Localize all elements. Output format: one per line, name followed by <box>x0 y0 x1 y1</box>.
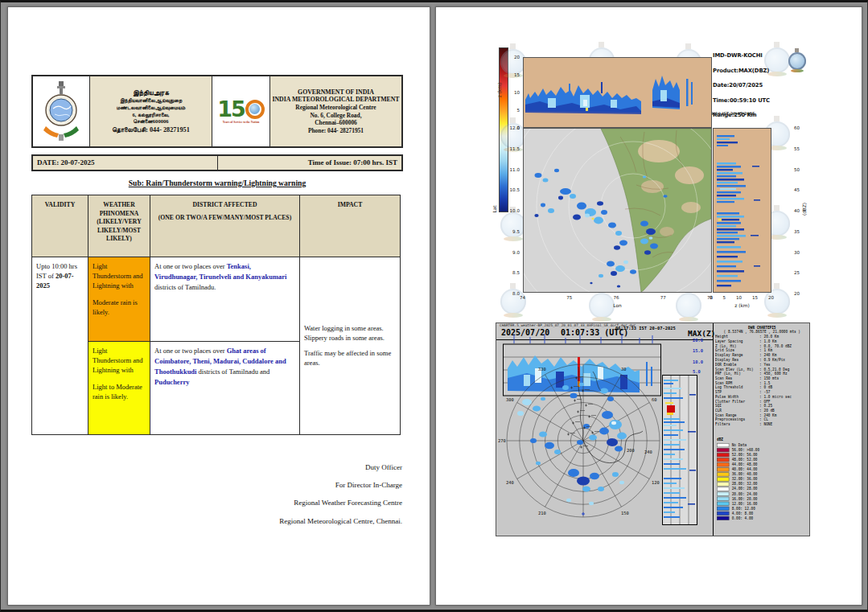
dbz-legend: dBZ No Data56.00: >60.0052.00: 56.0048.0… <box>717 437 810 536</box>
cbar-tick: 50 <box>794 167 800 172</box>
legend-swatch <box>717 468 729 472</box>
legend-label: 28.00: 32.00 <box>732 482 758 487</box>
tamil-line: மண்டலவானிலைஆய்வுமையம் <box>117 105 185 112</box>
text-line: Water logging in some areas. <box>304 324 396 334</box>
radar-info-block: IMD-DWR-KOCHIProduct:MAX(DBZ)Date:20/07/… <box>713 52 787 135</box>
text-segment: At one or two places over <box>154 262 227 270</box>
cbar-tick: 45 <box>794 187 800 192</box>
legend-label: 8.00: 12.00 <box>732 507 755 511</box>
radar-image-legacy-dwr: CHARTER.5_weather-BP_2025_07_20_01_07_33… <box>496 322 810 536</box>
top-panel-yticks: 20 15 10 5 0 <box>505 55 520 130</box>
ytick: 10 <box>514 90 520 95</box>
phenomena-cell-row2: Light Thunderstorm and Lightning withLig… <box>88 342 150 434</box>
text-line: Time:00:59:10 UTC <box>713 97 787 105</box>
text-line: Duty Officer <box>153 462 402 473</box>
parameter-list: Height:20.0 KmLayer Spacing:1.0 KmZ (Lo,… <box>715 335 809 426</box>
radar-parameters-panel: DWR CHARTEPI5 ( 8.5374N , 76.8657E , 21.… <box>715 326 810 435</box>
legend-swatch <box>717 497 729 501</box>
svg-text:120: 120 <box>652 480 660 485</box>
legend-swatch <box>717 511 729 515</box>
radar-ist-timestamp: 06:29:10 IST 20-07-2025 <box>701 112 792 116</box>
legend-label: 20.00: 24.00 <box>732 491 758 496</box>
legend-swatch <box>717 453 729 457</box>
south-marker-icon <box>582 512 585 515</box>
legend-swatch <box>717 483 729 487</box>
legend-label: No Data <box>732 443 747 448</box>
parameter-row: Filters:NONE <box>715 422 809 427</box>
text-line: Slippery roads in some areas. <box>304 334 396 343</box>
english-line: GOVERNMENT OF INDIA <box>298 88 374 97</box>
legend-label: 16.00: 20.00 <box>732 497 758 502</box>
document-viewer: இந்தியஅரசு இந்தியவானிலைஆய்வுதுறை மண்டலவா… <box>0 0 868 612</box>
impact-cell: Water logging in some areas.Slippery roa… <box>300 257 400 434</box>
svg-text:240: 240 <box>644 450 652 454</box>
cbar-tick: 55 <box>794 146 800 151</box>
legend-label: 12.00: 16.00 <box>732 502 758 507</box>
logo-150-digits: 15 <box>217 98 245 120</box>
text-line: For Director In-Charge <box>153 480 402 491</box>
side-profile-echoes <box>714 129 771 292</box>
english-line: Chennai–600006 <box>315 119 357 127</box>
district-cell-row1: At one or two places over Tenkasi, Virud… <box>150 257 300 342</box>
text-line: Light to Moderate rain is likely. <box>93 382 146 401</box>
text-line: Moderate rain is likely. <box>93 298 146 317</box>
text-segment: districts of Tamilnadu and <box>196 368 269 376</box>
lat-tick: 8.5 <box>512 270 520 275</box>
text-segment: At one or two places over <box>154 347 227 355</box>
side-xtick: 15 <box>752 295 758 300</box>
colorbar-label: (dBZ) <box>802 203 807 216</box>
text-line: Date:20/07/2025 <box>713 82 787 90</box>
legend-label: 36.00: 40.00 <box>732 472 758 477</box>
ppi-echo-blobs <box>517 383 627 505</box>
text-line: Light Thunderstorm and Lightning with <box>93 261 146 290</box>
tamil-line: இந்தியவானிலைஆய்வுதுறை <box>120 97 182 105</box>
legend-label: 44.00: 48.00 <box>732 462 758 467</box>
lat-tick: 12.0 <box>510 125 520 130</box>
text-line: Traffic may be affected in some areas. <box>304 349 396 368</box>
header-impact: IMPACT <box>300 195 400 257</box>
vertical-strip-panel <box>662 375 697 525</box>
svg-text:330: 330 <box>538 367 546 372</box>
text-line: Light Thunderstorm and Lightning with <box>93 346 146 375</box>
english-line: No. 6, College Road, <box>310 112 361 120</box>
district-cell-row2: At one or two places over Ghat areas of … <box>150 342 300 434</box>
text-line: Regional Meteorological Centre, Chennai. <box>153 516 402 527</box>
legend-swatch <box>717 463 729 467</box>
panel-divider-line <box>713 323 714 536</box>
tamil-line: 6, கல்லூரிசாலை, <box>133 112 170 119</box>
date-row: DATE: 20-07-2025 Time of Issue: 07:00 hr… <box>31 154 403 171</box>
header-district-line1: DISTRICT AFFECTED <box>154 201 295 210</box>
lat-tick: 10.5 <box>510 187 520 192</box>
text-line: IMD-DWR-KOCHI <box>713 52 787 60</box>
tamil-line: இந்தியஅரசு <box>133 88 169 97</box>
time-of-issue: Time of Issue: 07:00 hrs. IST <box>217 156 402 170</box>
imd-emblem-logo <box>33 76 89 146</box>
letterhead: இந்தியஅரசு இந்தியவானிலைஆய்வுதுறை மண்டலவா… <box>31 75 403 148</box>
text-line: Regional Weather Forecasting Centre <box>153 498 402 508</box>
ytick: 15 <box>514 72 520 77</box>
imd-150-years-logo: 15 Years of Service to the Nation <box>212 76 269 146</box>
legend-swatch <box>717 478 729 482</box>
legend-rows: No Data56.00: >60.0052.00: 56.0048.00: 5… <box>717 443 810 521</box>
map-lat-ticks: 12.0 11.5 11.0 10.5 10.0 9.5 9.0 8.5 8.0 <box>502 125 520 296</box>
text-line: Product:MAX(DBZ) <box>713 68 787 76</box>
header-district-line2: (ONE OR TWO/A FEW/MANY/MOST PLACES) <box>154 214 295 223</box>
radar-map-panel <box>523 128 712 293</box>
ytick: 20 <box>514 55 520 60</box>
side-panel-xlabel: z (km) <box>713 303 771 308</box>
legend-swatch <box>717 443 729 447</box>
letterhead-tamil-block: இந்தியஅரசு இந்தியவானிலைஆய்வுதுறை மண்டலவா… <box>89 76 212 146</box>
phenomena-cell-row1: Light Thunderstorm and Lightning withMod… <box>88 257 150 342</box>
cbar-tick: 30 <box>794 250 800 255</box>
ytick: 5 <box>516 108 520 113</box>
legend-swatch <box>717 516 729 520</box>
svg-text:30: 30 <box>621 367 627 372</box>
radar-map <box>524 129 711 292</box>
lon-tick: 77 <box>660 295 666 300</box>
logo-150-tagline: Years of Service to the Nation <box>223 121 259 124</box>
side-panel-xticks: 0 5 10 15 20 <box>710 295 774 300</box>
legend-swatch <box>717 492 729 496</box>
map-xlabel: Lon <box>523 303 712 308</box>
imd-emblem-icon <box>39 80 83 144</box>
lat-tick: 8.0 <box>512 291 520 296</box>
